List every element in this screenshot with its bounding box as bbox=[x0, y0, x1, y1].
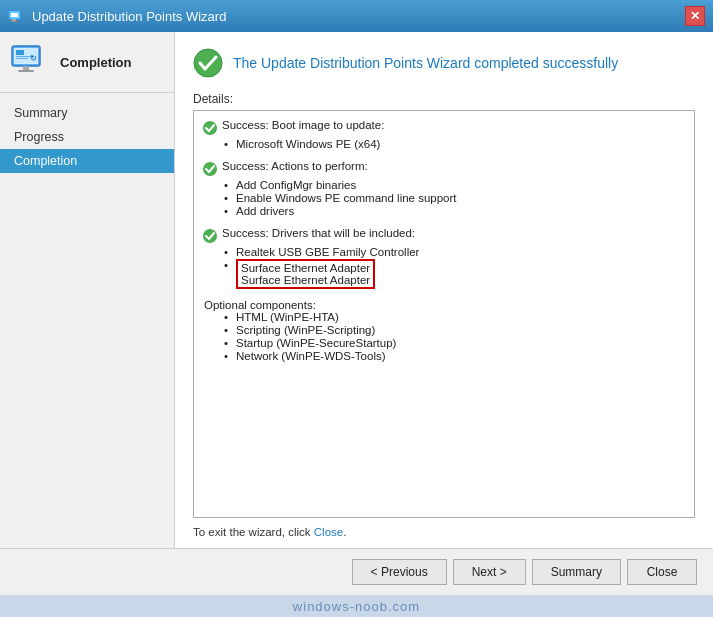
section1-bullets: Microsoft Windows PE (x64) bbox=[224, 138, 688, 150]
list-item: Microsoft Windows PE (x64) bbox=[224, 138, 688, 150]
svg-rect-10 bbox=[23, 66, 29, 70]
close-button[interactable]: ✕ bbox=[685, 6, 705, 26]
check-icon-1 bbox=[202, 120, 218, 136]
section4-bullets: HTML (WinPE-HTA) Scripting (WinPE-Script… bbox=[224, 311, 688, 362]
success-message: The Update Distribution Points Wizard co… bbox=[233, 55, 618, 71]
computer-icon: ↻ bbox=[10, 44, 50, 80]
sidebar-item-completion[interactable]: Completion bbox=[0, 149, 174, 173]
svg-point-13 bbox=[194, 49, 222, 77]
section4-title: Optional components: bbox=[204, 299, 688, 311]
list-item: Add drivers bbox=[224, 205, 688, 217]
window: Update Distribution Points Wizard ✕ bbox=[0, 0, 713, 617]
previous-button[interactable]: < Previous bbox=[352, 559, 447, 585]
list-item: Scripting (WinPE-Scripting) bbox=[224, 324, 688, 336]
list-item: Enable Windows PE command line support bbox=[224, 192, 688, 204]
success-icon bbox=[193, 48, 223, 78]
next-button[interactable]: Next > bbox=[453, 559, 526, 585]
watermark: windows-noob.com bbox=[0, 595, 713, 617]
svg-text:↻: ↻ bbox=[30, 54, 37, 63]
svg-rect-7 bbox=[16, 50, 24, 55]
list-item: Surface Ethernet AdapterSurface Ethernet… bbox=[224, 259, 688, 289]
success-header: The Update Distribution Points Wizard co… bbox=[193, 48, 695, 78]
title-bar: Update Distribution Points Wizard ✕ bbox=[0, 0, 713, 32]
window-title: Update Distribution Points Wizard bbox=[32, 9, 226, 24]
main-panel: The Update Distribution Points Wizard co… bbox=[175, 32, 713, 548]
sidebar-item-progress[interactable]: Progress bbox=[0, 125, 174, 149]
details-box[interactable]: Success: Boot image to update: Microsoft… bbox=[193, 110, 695, 518]
detail-section-optional: Optional components: HTML (WinPE-HTA) Sc… bbox=[202, 299, 688, 362]
svg-rect-1 bbox=[11, 13, 18, 17]
summary-button[interactable]: Summary bbox=[532, 559, 621, 585]
detail-section-actions: Success: Actions to perform: Add ConfigM… bbox=[202, 160, 688, 217]
highlighted-drivers: Surface Ethernet AdapterSurface Ethernet… bbox=[236, 259, 375, 289]
list-item: Add ConfigMgr binaries bbox=[224, 179, 688, 191]
content-area: ↻ Completion Summary Progress Completion… bbox=[0, 32, 713, 548]
details-label: Details: bbox=[193, 92, 695, 106]
sidebar-header: ↻ Completion bbox=[0, 32, 174, 93]
close-button-footer[interactable]: Close bbox=[627, 559, 697, 585]
section3-bullets: Realtek USB GBE Family Controller Surfac… bbox=[224, 246, 688, 289]
close-link[interactable]: Close bbox=[314, 526, 343, 538]
section1-title: Success: Boot image to update: bbox=[222, 119, 384, 131]
detail-section-boot: Success: Boot image to update: Microsoft… bbox=[202, 119, 688, 150]
svg-rect-2 bbox=[12, 19, 16, 21]
exit-text: To exit the wizard, click Close. bbox=[193, 526, 695, 538]
section3-title: Success: Drivers that will be included: bbox=[222, 227, 415, 239]
section2-title: Success: Actions to perform: bbox=[222, 160, 368, 172]
sidebar: ↻ Completion Summary Progress Completion bbox=[0, 32, 175, 548]
list-item: Startup (WinPE-SecureStartup) bbox=[224, 337, 688, 349]
app-icon bbox=[8, 8, 24, 24]
section2-bullets: Add ConfigMgr binaries Enable Windows PE… bbox=[224, 179, 688, 217]
sidebar-header-label: Completion bbox=[60, 55, 132, 70]
sidebar-nav: Summary Progress Completion bbox=[0, 93, 174, 181]
list-item: HTML (WinPE-HTA) bbox=[224, 311, 688, 323]
list-item: Realtek USB GBE Family Controller bbox=[224, 246, 688, 258]
check-icon-2 bbox=[202, 161, 218, 177]
list-item: Network (WinPE-WDS-Tools) bbox=[224, 350, 688, 362]
svg-rect-11 bbox=[18, 70, 34, 72]
footer: < Previous Next > Summary Close bbox=[0, 548, 713, 595]
sidebar-item-summary[interactable]: Summary bbox=[0, 101, 174, 125]
detail-section-drivers: Success: Drivers that will be included: … bbox=[202, 227, 688, 289]
svg-rect-3 bbox=[10, 21, 18, 22]
check-icon-3 bbox=[202, 228, 218, 244]
svg-rect-9 bbox=[16, 58, 28, 59]
